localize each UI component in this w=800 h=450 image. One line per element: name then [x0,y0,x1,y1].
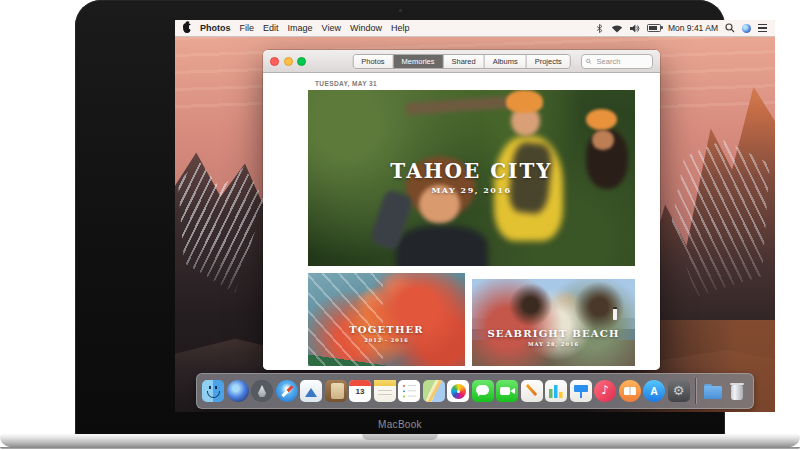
screen: Photos File Edit Image View Window Help … [175,20,775,412]
dock-finder-icon[interactable] [202,380,224,402]
memory-card-seabright-beach[interactable]: SEABRIGHT BEACH MAY 28, 2016 [472,279,635,366]
dock-maps-icon[interactable] [423,380,445,402]
menu-item-file[interactable]: File [240,20,255,36]
dock-notes-icon[interactable] [374,380,396,402]
tab-shared[interactable]: Shared [444,55,485,68]
zoom-button[interactable] [297,57,306,66]
dock-photos-icon[interactable] [447,380,469,402]
screenshot-stage: Photos File Edit Image View Window Help … [0,0,800,450]
menu-item-help[interactable]: Help [391,20,410,36]
date-header: TUESDAY, MAY 31 [315,80,377,87]
dock-mail-icon[interactable] [300,380,322,402]
spotlight-icon[interactable] [725,23,735,33]
search-input[interactable] [595,56,648,67]
tab-memories[interactable]: Memories [394,55,444,68]
bluetooth-icon[interactable] [595,23,604,34]
menu-item-photos[interactable]: Photos [200,20,231,36]
dock-separator [695,378,696,404]
dock-calendar-icon[interactable]: 13 [349,380,371,402]
status-icons: Mon 9:41 AM [595,23,767,34]
memory-date: MAY 28, 2016 [472,341,635,347]
camera-dot-icon [399,9,402,12]
close-button[interactable] [270,57,279,66]
dock-keynote-icon[interactable] [570,380,592,402]
macbook-lid-notch [362,434,438,440]
minimize-button[interactable] [284,57,293,66]
siri-icon[interactable] [742,24,751,33]
memory-caption: TOGETHER 2012 - 2016 [308,324,465,343]
photos-window: Photos Memories Shared Albums Projects T… [263,50,660,370]
dock-itunes-icon[interactable] [594,380,616,402]
menu-item-view[interactable]: View [322,20,341,36]
memory-photo [472,279,635,366]
notification-center-icon[interactable] [758,24,767,32]
dock-trash-icon[interactable] [726,380,748,402]
menu-bar: Photos File Edit Image View Window Help … [175,20,775,37]
dock-downloads-icon[interactable] [702,380,724,402]
menu-item-window[interactable]: Window [350,20,382,36]
dock-contacts-icon[interactable] [325,380,347,402]
memory-date: MAY 29, 2016 [308,185,635,195]
memory-card-together[interactable]: TOGETHER 2012 - 2016 [308,273,465,366]
tab-albums[interactable]: Albums [485,55,527,68]
tab-photos[interactable]: Photos [353,55,393,68]
tab-projects[interactable]: Projects [527,55,570,68]
battery-icon[interactable] [647,24,661,32]
volume-icon[interactable] [630,24,640,33]
macbook-label: MacBook [75,419,725,430]
traffic-lights [270,57,306,66]
dock: 13 [196,373,754,409]
menu-item-image[interactable]: Image [288,20,313,36]
memory-photo [308,273,465,366]
macbook-bezel: Photos File Edit Image View Window Help … [75,0,725,436]
memory-card-tahoe-city[interactable]: TAHOE CITY MAY 29, 2016 [308,90,635,266]
apple-menu-icon[interactable] [183,23,191,33]
dock-messages-icon[interactable] [472,380,494,402]
macbook-base-edge [0,447,800,449]
dock-siri-icon[interactable] [227,380,249,402]
memory-caption: TAHOE CITY MAY 29, 2016 [308,159,635,195]
memories-content: TUESDAY, MAY 31 [263,73,660,370]
dock-system-preferences-icon[interactable] [668,380,690,402]
dock-safari-icon[interactable] [276,380,298,402]
search-icon [586,58,592,65]
memory-title: SEABRIGHT BEACH [472,328,635,339]
memory-title: TOGETHER [308,324,465,335]
menu-item-edit[interactable]: Edit [263,20,279,36]
macbook-base [0,434,800,447]
memory-date: 2012 - 2016 [308,337,465,343]
view-tabs: Photos Memories Shared Albums Projects [352,54,571,69]
search-field[interactable] [581,54,653,69]
dock-numbers-icon[interactable] [545,380,567,402]
wifi-icon[interactable] [611,24,623,33]
calendar-day: 13 [349,387,371,396]
window-toolbar: Photos Memories Shared Albums Projects [263,50,660,73]
memory-caption: SEABRIGHT BEACH MAY 28, 2016 [472,328,635,347]
dock-reminders-icon[interactable] [398,380,420,402]
dock-app-store-icon[interactable] [643,380,665,402]
dock-launchpad-icon[interactable] [251,380,273,402]
dock-facetime-icon[interactable] [496,380,518,402]
dock-pages-icon[interactable] [521,380,543,402]
menu-bar-clock[interactable]: Mon 9:41 AM [668,23,718,33]
memory-title: TAHOE CITY [308,159,635,183]
dock-ibooks-icon[interactable] [619,380,641,402]
